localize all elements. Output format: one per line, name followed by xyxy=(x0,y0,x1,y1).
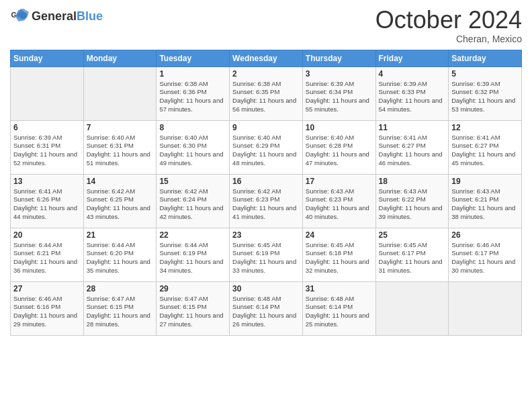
day-number: 7 xyxy=(87,123,154,132)
calendar-cell: 15Sunrise: 6:42 AMSunset: 6:24 PMDayligh… xyxy=(157,174,230,228)
day-info: Sunrise: 6:45 AMSunset: 6:19 PMDaylight:… xyxy=(232,241,300,275)
day-number: 17 xyxy=(306,177,373,186)
day-info: Sunrise: 6:44 AMSunset: 6:20 PMDaylight:… xyxy=(87,241,154,275)
day-number: 4 xyxy=(379,69,446,79)
calendar-cell: 19Sunrise: 6:43 AMSunset: 6:21 PMDayligh… xyxy=(449,174,522,228)
day-info: Sunrise: 6:40 AMSunset: 6:29 PMDaylight:… xyxy=(232,134,300,168)
day-number: 1 xyxy=(159,69,226,79)
calendar-cell xyxy=(11,66,84,120)
day-number: 30 xyxy=(232,284,300,293)
day-header-sunday: Sunday xyxy=(11,50,84,66)
day-number: 12 xyxy=(451,123,519,132)
day-number: 19 xyxy=(451,177,519,186)
calendar-week-row: 27Sunrise: 6:46 AMSunset: 6:16 PMDayligh… xyxy=(11,281,522,335)
calendar-cell: 10Sunrise: 6:40 AMSunset: 6:28 PMDayligh… xyxy=(302,120,375,174)
calendar-cell: 17Sunrise: 6:43 AMSunset: 6:23 PMDayligh… xyxy=(302,174,375,228)
calendar-cell: 1Sunrise: 6:38 AMSunset: 6:36 PMDaylight… xyxy=(157,66,230,120)
day-info: Sunrise: 6:48 AMSunset: 6:14 PMDaylight:… xyxy=(232,295,300,329)
day-info: Sunrise: 6:41 AMSunset: 6:26 PMDaylight:… xyxy=(13,187,81,222)
calendar-table: SundayMondayTuesdayWednesdayThursdayFrid… xyxy=(10,50,522,336)
day-info: Sunrise: 6:47 AMSunset: 6:15 PMDaylight:… xyxy=(159,295,226,329)
day-number: 6 xyxy=(13,123,81,132)
calendar-cell: 22Sunrise: 6:44 AMSunset: 6:19 PMDayligh… xyxy=(157,228,230,281)
day-info: Sunrise: 6:39 AMSunset: 6:31 PMDaylight:… xyxy=(13,134,81,168)
day-number: 13 xyxy=(13,177,81,186)
day-number: 10 xyxy=(306,123,373,132)
calendar-cell: 29Sunrise: 6:47 AMSunset: 6:15 PMDayligh… xyxy=(157,281,230,335)
calendar-cell: 3Sunrise: 6:39 AMSunset: 6:34 PMDaylight… xyxy=(302,66,375,120)
day-header-tuesday: Tuesday xyxy=(157,50,230,66)
calendar-cell: 21Sunrise: 6:44 AMSunset: 6:20 PMDayligh… xyxy=(83,228,157,281)
day-info: Sunrise: 6:41 AMSunset: 6:27 PMDaylight:… xyxy=(451,134,519,168)
calendar-cell: 20Sunrise: 6:44 AMSunset: 6:21 PMDayligh… xyxy=(11,228,84,281)
day-number: 25 xyxy=(379,230,446,240)
day-number: 16 xyxy=(232,177,300,186)
day-info: Sunrise: 6:38 AMSunset: 6:35 PMDaylight:… xyxy=(232,80,300,114)
calendar-cell: 8Sunrise: 6:40 AMSunset: 6:30 PMDaylight… xyxy=(157,120,230,174)
page: Gen GeneralBlue October 2024 Cheran, Mex… xyxy=(0,0,532,411)
day-info: Sunrise: 6:38 AMSunset: 6:36 PMDaylight:… xyxy=(159,80,226,114)
day-number: 28 xyxy=(87,284,154,293)
calendar-cell: 27Sunrise: 6:46 AMSunset: 6:16 PMDayligh… xyxy=(11,281,84,335)
day-info: Sunrise: 6:42 AMSunset: 6:24 PMDaylight:… xyxy=(159,187,226,222)
calendar-cell: 18Sunrise: 6:43 AMSunset: 6:22 PMDayligh… xyxy=(375,174,449,228)
day-number: 14 xyxy=(87,177,154,186)
day-number: 11 xyxy=(379,123,446,132)
day-header-thursday: Thursday xyxy=(302,50,375,66)
calendar-cell xyxy=(375,281,449,335)
calendar-cell: 26Sunrise: 6:46 AMSunset: 6:17 PMDayligh… xyxy=(449,228,522,281)
calendar-cell: 5Sunrise: 6:39 AMSunset: 6:32 PMDaylight… xyxy=(449,66,522,120)
day-number: 5 xyxy=(451,69,519,79)
day-number: 27 xyxy=(13,284,81,293)
calendar-cell: 31Sunrise: 6:48 AMSunset: 6:14 PMDayligh… xyxy=(302,281,375,335)
day-number: 21 xyxy=(87,230,154,240)
day-info: Sunrise: 6:47 AMSunset: 6:15 PMDaylight:… xyxy=(87,295,154,329)
day-number: 22 xyxy=(159,230,226,240)
day-number: 18 xyxy=(379,177,446,186)
day-number: 15 xyxy=(159,177,226,186)
day-number: 26 xyxy=(451,230,519,240)
calendar-cell: 2Sunrise: 6:38 AMSunset: 6:35 PMDaylight… xyxy=(230,66,303,120)
day-header-monday: Monday xyxy=(83,50,157,66)
calendar-cell: 23Sunrise: 6:45 AMSunset: 6:19 PMDayligh… xyxy=(230,228,303,281)
calendar-cell: 13Sunrise: 6:41 AMSunset: 6:26 PMDayligh… xyxy=(11,174,84,228)
calendar-cell: 30Sunrise: 6:48 AMSunset: 6:14 PMDayligh… xyxy=(230,281,303,335)
day-info: Sunrise: 6:43 AMSunset: 6:22 PMDaylight:… xyxy=(379,187,446,222)
calendar-cell: 28Sunrise: 6:47 AMSunset: 6:15 PMDayligh… xyxy=(83,281,157,335)
calendar-cell: 6Sunrise: 6:39 AMSunset: 6:31 PMDaylight… xyxy=(11,120,84,174)
day-header-wednesday: Wednesday xyxy=(230,50,303,66)
day-info: Sunrise: 6:48 AMSunset: 6:14 PMDaylight:… xyxy=(306,295,373,329)
calendar-cell: 12Sunrise: 6:41 AMSunset: 6:27 PMDayligh… xyxy=(449,120,522,174)
day-number: 31 xyxy=(306,284,373,293)
day-info: Sunrise: 6:40 AMSunset: 6:28 PMDaylight:… xyxy=(306,134,373,168)
day-info: Sunrise: 6:45 AMSunset: 6:17 PMDaylight:… xyxy=(379,241,446,275)
day-info: Sunrise: 6:42 AMSunset: 6:23 PMDaylight:… xyxy=(232,187,300,222)
day-info: Sunrise: 6:43 AMSunset: 6:23 PMDaylight:… xyxy=(306,187,373,222)
day-number: 24 xyxy=(306,230,373,240)
day-info: Sunrise: 6:40 AMSunset: 6:30 PMDaylight:… xyxy=(159,134,226,168)
calendar-cell: 25Sunrise: 6:45 AMSunset: 6:17 PMDayligh… xyxy=(375,228,449,281)
day-header-friday: Friday xyxy=(375,50,449,66)
day-info: Sunrise: 6:46 AMSunset: 6:16 PMDaylight:… xyxy=(13,295,81,329)
calendar-cell: 24Sunrise: 6:45 AMSunset: 6:18 PMDayligh… xyxy=(302,228,375,281)
day-number: 20 xyxy=(13,230,81,240)
day-info: Sunrise: 6:39 AMSunset: 6:34 PMDaylight:… xyxy=(306,80,373,114)
calendar-week-row: 13Sunrise: 6:41 AMSunset: 6:26 PMDayligh… xyxy=(11,174,522,228)
logo-general: GeneralBlue xyxy=(32,10,103,22)
month-title: October 2024 xyxy=(375,7,522,34)
day-number: 2 xyxy=(232,69,300,79)
logo: Gen GeneralBlue xyxy=(10,7,103,26)
calendar-week-row: 1Sunrise: 6:38 AMSunset: 6:36 PMDaylight… xyxy=(11,66,522,120)
day-info: Sunrise: 6:42 AMSunset: 6:25 PMDaylight:… xyxy=(87,187,154,222)
day-info: Sunrise: 6:39 AMSunset: 6:32 PMDaylight:… xyxy=(451,80,519,114)
location-title: Cheran, Mexico xyxy=(375,34,522,44)
calendar-cell: 9Sunrise: 6:40 AMSunset: 6:29 PMDaylight… xyxy=(230,120,303,174)
day-number: 9 xyxy=(232,123,300,132)
day-info: Sunrise: 6:41 AMSunset: 6:27 PMDaylight:… xyxy=(379,134,446,168)
calendar-cell: 7Sunrise: 6:40 AMSunset: 6:31 PMDaylight… xyxy=(83,120,157,174)
day-info: Sunrise: 6:44 AMSunset: 6:19 PMDaylight:… xyxy=(159,241,226,275)
logo-icon: Gen xyxy=(10,7,29,26)
day-info: Sunrise: 6:45 AMSunset: 6:18 PMDaylight:… xyxy=(306,241,373,275)
day-header-saturday: Saturday xyxy=(449,50,522,66)
calendar-cell xyxy=(449,281,522,335)
